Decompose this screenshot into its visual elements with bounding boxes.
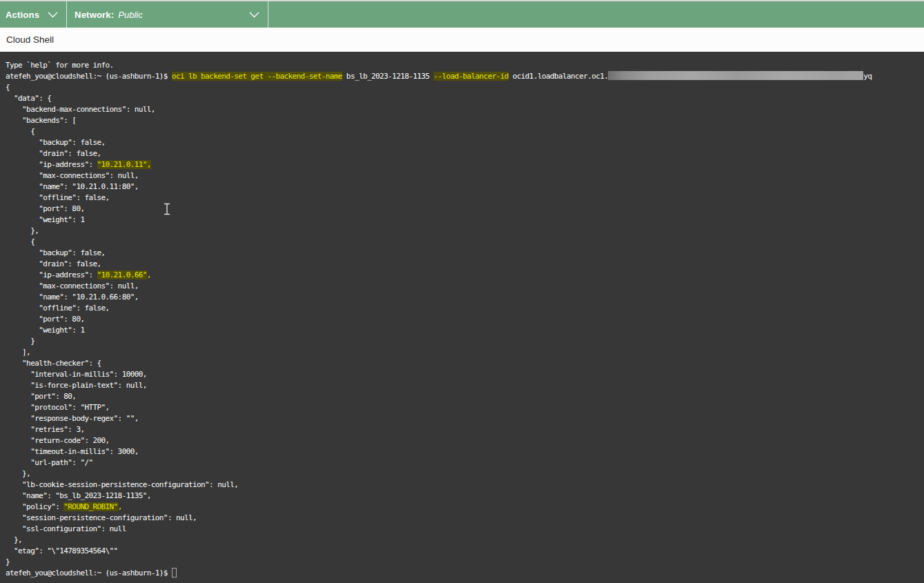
terminal-text: } <box>6 337 35 346</box>
terminal-text: "data": { <box>6 94 51 103</box>
terminal-text: "url-path": "/" <box>6 458 92 467</box>
terminal-line: "backend-max-connections": null, <box>6 104 924 115</box>
terminal-text: "retries": 3, <box>6 425 84 434</box>
terminal-line: "ssl-configuration": null <box>6 524 924 535</box>
shell-toolbar: Actions Network:Public <box>0 1 924 28</box>
terminal-line: "url-path": "/" <box>6 457 924 468</box>
terminal-text: "backend-max-connections": null, <box>6 105 155 114</box>
terminal-text: "lb-cookie-session-persistence-configura… <box>6 480 238 489</box>
terminal-line: "port": 80, <box>6 314 924 325</box>
cloud-shell-window: Actions Network:Public Cloud Shell Type … <box>0 0 924 583</box>
terminal-text: ocid1.loadbalancer.oc1. <box>509 72 609 81</box>
terminal[interactable]: Type `help` for more info.atefeh_you@clo… <box>0 52 924 583</box>
terminal-line: "backup": false, <box>6 137 924 148</box>
terminal-text: , <box>118 502 122 511</box>
terminal-text: }, <box>6 469 30 478</box>
network-select[interactable]: Network:Public <box>67 1 268 28</box>
terminal-text: "weight": 1 <box>6 215 84 224</box>
terminal-line: "interval-in-millis": 10000, <box>6 369 924 380</box>
chevron-down-icon <box>249 12 259 18</box>
terminal-line: }, <box>6 535 924 546</box>
terminal-line: "etag": "\"14789354564\"" <box>6 546 924 557</box>
network-value: Public <box>118 10 142 20</box>
terminal-text: "name": "bs_lb_2023-1218-1135", <box>6 491 151 500</box>
terminal-text: "port": 80, <box>6 204 84 213</box>
terminal-line: "session-persistence-configuration": nul… <box>6 513 924 524</box>
terminal-line: "is-force-plain-text": null, <box>6 380 924 391</box>
terminal-line: atefeh_you@cloudshell:~ (us-ashburn-1)$ … <box>6 71 924 82</box>
terminal-text: "backends": [ <box>6 116 76 125</box>
terminal-text: "port": 80, <box>6 392 76 401</box>
terminal-text: Type `help` for more info. <box>6 61 114 70</box>
terminal-text: atefeh_you@cloudshell:~ (us-ashburn-1)$ <box>6 569 172 577</box>
terminal-line: "offline": false, <box>6 192 924 204</box>
terminal-line: "drain": false, <box>6 148 924 159</box>
terminal-line: } <box>6 557 924 568</box>
terminal-text: "ssl-configuration": null <box>6 524 126 533</box>
terminal-line: "data": { <box>6 93 924 104</box>
toolbar-divider <box>268 1 268 28</box>
highlighted-text: oci lb backend-set get --backend-set-nam… <box>172 72 342 81</box>
terminal-line: "backup": false, <box>6 248 924 259</box>
terminal-line: Type `help` for more info. <box>6 60 924 71</box>
terminal-text: "offline": false, <box>6 304 110 313</box>
terminal-text: "backup": false, <box>6 138 106 147</box>
terminal-line: "response-body-regex": "", <box>6 413 924 424</box>
terminal-line: "health-checker": { <box>6 358 924 369</box>
terminal-text: "name": "10.21.0.11:80", <box>6 182 139 191</box>
terminal-line: "port": 80, <box>6 204 924 215</box>
highlighted-text: "10.21.0.66" <box>97 270 147 279</box>
terminal-line: }, <box>6 226 924 237</box>
terminal-line: "ip-address": "10.21.0.11", <box>6 159 924 170</box>
terminal-line: "name": "10.21.0.66:80", <box>6 292 924 303</box>
terminal-text: "return-code": 200, <box>6 436 110 445</box>
terminal-text: "offline": false, <box>6 193 110 202</box>
terminal-line: "port": 80, <box>6 391 924 402</box>
terminal-line: "name": "10.21.0.11:80", <box>6 181 924 192</box>
terminal-text: { <box>6 83 10 92</box>
page-title: Cloud Shell <box>6 34 54 45</box>
terminal-text: yq <box>863 72 872 81</box>
terminal-line: "drain": false, <box>6 259 924 270</box>
terminal-text: atefeh_you@cloudshell:~ (us-ashburn-1)$ <box>6 72 172 81</box>
terminal-text: "name": "10.21.0.66:80", <box>6 293 139 302</box>
terminal-cursor <box>172 568 177 577</box>
terminal-text: "interval-in-millis": 10000, <box>6 370 147 379</box>
terminal-text: "ip-address": <box>6 160 97 169</box>
terminal-line: "offline": false, <box>6 303 924 314</box>
actions-menu-label: Actions <box>6 10 39 20</box>
terminal-text: "backup": false, <box>6 248 106 257</box>
cloud-shell-titlebar: Cloud Shell <box>0 28 924 52</box>
terminal-text: "policy": <box>6 502 63 511</box>
terminal-line: "policy": "ROUND_ROBIN", <box>6 502 924 513</box>
highlighted-text: --load-balancer-id <box>433 72 508 81</box>
chevron-down-icon <box>48 12 58 18</box>
terminal-line: "name": "bs_lb_2023-1218-1135", <box>6 491 924 502</box>
terminal-text: { <box>6 237 35 246</box>
terminal-line: }, <box>6 468 924 480</box>
terminal-text: "etag": "\"14789354564\"" <box>6 546 118 555</box>
terminal-output: Type `help` for more info.atefeh_you@clo… <box>6 60 924 579</box>
terminal-text: }, <box>6 226 39 235</box>
terminal-line: "return-code": 200, <box>6 435 924 446</box>
terminal-text: "max-connections": null, <box>6 171 139 180</box>
redacted-ocid <box>608 71 863 80</box>
actions-menu-button[interactable]: Actions <box>0 1 66 28</box>
terminal-line: { <box>6 82 924 93</box>
terminal-text: bs_lb_2023-1218-1135 <box>342 72 434 81</box>
terminal-text: "weight": 1 <box>6 326 84 335</box>
terminal-text: "is-force-plain-text": null, <box>6 381 147 390</box>
highlighted-text: "ROUND_ROBIN" <box>63 502 117 511</box>
terminal-line: "weight": 1 <box>6 215 924 226</box>
terminal-line: ], <box>6 347 924 358</box>
terminal-text: } <box>6 557 10 566</box>
terminal-text: "port": 80, <box>6 315 84 324</box>
terminal-line: "lb-cookie-session-persistence-configura… <box>6 480 924 491</box>
terminal-line: { <box>6 126 924 137</box>
terminal-text: "health-checker": { <box>6 359 101 368</box>
text-ibeam-cursor-icon <box>163 203 171 215</box>
highlighted-text: "10.21.0.11", <box>97 160 151 169</box>
terminal-text: "timeout-in-millis": 3000, <box>6 447 139 456</box>
terminal-line: "max-connections": null, <box>6 170 924 181</box>
terminal-line: "backends": [ <box>6 115 924 126</box>
